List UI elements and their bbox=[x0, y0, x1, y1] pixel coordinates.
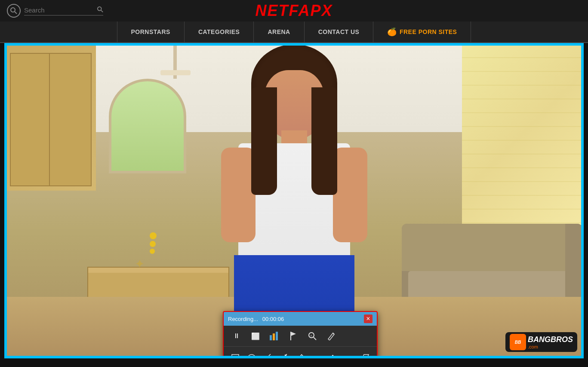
svg-rect-12 bbox=[232, 355, 239, 357]
svg-marker-8 bbox=[291, 332, 296, 336]
nav-item-arena[interactable]: ARENA bbox=[254, 21, 304, 43]
svg-line-10 bbox=[314, 337, 316, 340]
toolbar-row-1: ⏸ ⬜ + bbox=[224, 326, 377, 347]
recording-status: Recording... 00:00:06 bbox=[228, 316, 284, 322]
search-input-wrap[interactable] bbox=[24, 6, 103, 15]
nav-item-free-sites[interactable]: 🍊 FREE PORN SITES bbox=[373, 21, 471, 43]
curtain-right bbox=[462, 44, 582, 225]
arrow-tool[interactable] bbox=[276, 349, 292, 357]
video-background: ✦ Recording... 00:00:06 × ⏸ ⬜ bbox=[6, 44, 582, 357]
search-icon bbox=[7, 4, 21, 18]
nav-item-pornstars[interactable]: PORNSTARS bbox=[117, 21, 185, 43]
toolbar-close-button[interactable]: × bbox=[364, 315, 373, 323]
stop-button[interactable]: ⬜ bbox=[246, 328, 265, 344]
ellipse-tool[interactable] bbox=[243, 349, 260, 357]
svg-line-1 bbox=[15, 12, 17, 14]
counter-island bbox=[87, 267, 229, 301]
draw-button[interactable] bbox=[322, 328, 341, 344]
main-nav: PORNSTARS CATEGORIES ARENA CONTACT US 🍊 … bbox=[0, 22, 588, 43]
flag-button[interactable] bbox=[284, 328, 303, 344]
bangbros-suffix: .com bbox=[528, 344, 573, 349]
site-logo[interactable]: NETFAPX bbox=[255, 2, 332, 20]
svg-rect-6 bbox=[276, 332, 278, 340]
svg-rect-4 bbox=[270, 335, 272, 340]
undo-button[interactable]: ↩ bbox=[341, 349, 357, 357]
line-tool[interactable] bbox=[260, 349, 276, 357]
bangbros-watermark: BB BANGBROS .com bbox=[505, 332, 577, 352]
window-arch bbox=[109, 79, 186, 173]
svg-text:+: + bbox=[310, 334, 312, 338]
stats-button[interactable] bbox=[265, 328, 284, 344]
toolbar-row-2: A ↩ bbox=[224, 347, 377, 357]
recording-title-text: Recording... bbox=[228, 316, 258, 322]
yellow-balls bbox=[150, 232, 157, 254]
star-ornament: ✦ bbox=[135, 257, 145, 271]
svg-point-2 bbox=[98, 6, 102, 10]
nav-item-contact[interactable]: CONTACT US bbox=[305, 21, 374, 43]
pause-button[interactable]: ⏸ bbox=[227, 328, 246, 344]
svg-line-3 bbox=[101, 10, 103, 12]
eraser-tool[interactable] bbox=[357, 349, 373, 357]
kitchen-upper-cabinets bbox=[6, 44, 96, 191]
svg-point-0 bbox=[11, 8, 15, 12]
svg-line-14 bbox=[265, 354, 271, 357]
search-submit-button[interactable] bbox=[97, 6, 103, 14]
free-sites-label: FREE PORN SITES bbox=[400, 28, 457, 35]
ceiling-light bbox=[160, 70, 191, 75]
bangbros-name: BANGBROS bbox=[528, 335, 573, 344]
pen-tool[interactable] bbox=[292, 349, 308, 357]
highlighter-tool[interactable] bbox=[308, 349, 325, 357]
rectangle-tool[interactable] bbox=[227, 349, 243, 357]
toolbar-title-bar: Recording... 00:00:06 × bbox=[224, 312, 377, 326]
header: NETFAPX bbox=[0, 0, 588, 22]
nav-item-categories[interactable]: CATEGORIES bbox=[185, 21, 254, 43]
recording-toolbar: Recording... 00:00:06 × ⏸ ⬜ + bbox=[223, 311, 378, 357]
video-player[interactable]: ✦ Recording... 00:00:06 × ⏸ ⬜ bbox=[4, 43, 584, 358]
fire-icon: 🍊 bbox=[387, 27, 397, 37]
svg-rect-5 bbox=[273, 333, 275, 340]
zoom-button[interactable]: + bbox=[303, 328, 322, 344]
person bbox=[212, 44, 376, 357]
search-input[interactable] bbox=[24, 6, 97, 14]
recording-timer: 00:00:06 bbox=[262, 316, 284, 322]
svg-point-13 bbox=[248, 355, 255, 357]
text-tool[interactable]: A bbox=[325, 349, 341, 357]
svg-marker-17 bbox=[362, 355, 369, 357]
search-area bbox=[7, 4, 103, 18]
